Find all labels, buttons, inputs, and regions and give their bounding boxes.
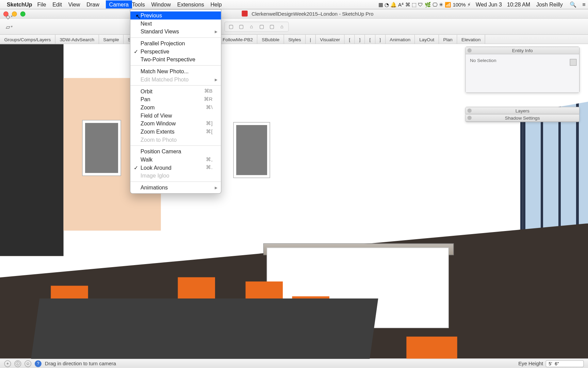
menubar-user[interactable]: Josh Reilly [536, 1, 563, 8]
menu-item-pan[interactable]: Pan⌘R [130, 95, 221, 104]
entity-info-selection: No Selection [470, 58, 496, 63]
toolbar-button[interactable]: ▱▾ [4, 21, 14, 32]
scene-chair [406, 337, 457, 359]
scene-tab[interactable]: ] [355, 35, 365, 44]
main-toolbar: ↖◧✎▾◇▾▱▾◆◇✦⬚ ⤢🔍✶✦👁👣⬚⬚ ▢ ▢ ▢ ▢ ▢ ▢ ▢ ▢ ▢ … [0, 19, 588, 35]
menu-item-zoom-window[interactable]: Zoom Window⌘] [130, 120, 221, 128]
menubar-status-icon[interactable]: 100% [453, 2, 466, 7]
scene-wall [0, 44, 64, 256]
menu-window[interactable]: Window [151, 1, 171, 8]
scene-tab[interactable]: Visualizer [316, 35, 345, 44]
menu-camera[interactable]: Camera [106, 0, 132, 9]
window-titlebar[interactable]: ClerkenwellDesignWeek2015–London - Sketc… [0, 9, 588, 18]
menu-draw[interactable]: Draw [86, 1, 99, 8]
geo-icon[interactable]: ⌖ [4, 360, 11, 367]
person-icon[interactable]: ☺ [24, 360, 31, 367]
menubar-status-icon[interactable]: 🌿 [425, 2, 431, 7]
menubar-status-icon[interactable]: ✳ [439, 2, 443, 7]
tray-header[interactable]: Entity Info [466, 47, 579, 54]
menu-item-field-of-view[interactable]: Field of View [130, 111, 221, 120]
tray-shadow-settings[interactable]: Shadow Settings [465, 114, 579, 122]
credits-icon[interactable]: ⓘ [14, 360, 21, 367]
scene-tab[interactable]: [ [345, 35, 355, 44]
spotlight-icon[interactable]: 🔍 [570, 1, 576, 8]
menu-item-orbit[interactable]: Orbit⌘B [130, 87, 221, 95]
scene-tab[interactable]: ] [375, 35, 386, 44]
tool-mini-icon[interactable]: ▢ [258, 23, 265, 30]
menu-extensions[interactable]: Extensions [177, 1, 204, 8]
tool-mini-icon[interactable]: ▢ [238, 23, 245, 30]
menu-item-walk[interactable]: Walk⌘, [130, 156, 221, 164]
scene-tab[interactable]: Groups/Comps/Layers [0, 35, 55, 44]
tray-entity-info[interactable]: Entity Info No Selection [465, 47, 579, 93]
menubar-status-icon[interactable]: 📶 [445, 2, 451, 7]
scene-tab[interactable]: Sample [99, 35, 124, 44]
scene-tab[interactable]: | [306, 35, 316, 44]
menu-help[interactable]: Help [210, 1, 222, 8]
menu-item-animations[interactable]: Animations [130, 184, 221, 192]
scene-tab[interactable]: Plan [439, 35, 457, 44]
scene-window [234, 123, 270, 178]
tool-mini-icon[interactable]: ▢ [268, 23, 276, 30]
menu-item-standard-views[interactable]: Standard Views [130, 28, 221, 36]
menubar-time[interactable]: 10:28 AM [507, 1, 530, 8]
view-cluster-2: ▢ ▢ ⌂ ▢ ▢ ⌂ [224, 21, 289, 32]
menu-tools[interactable]: Tools [132, 1, 145, 8]
menubar-status-icon[interactable]: ◔ [385, 2, 389, 7]
scene-tab[interactable]: Elevation [457, 35, 485, 44]
tray-layers[interactable]: Layers [465, 107, 579, 115]
menu-item-next[interactable]: Next [130, 19, 221, 28]
measurement-input[interactable] [546, 360, 584, 367]
menubar-status-icon[interactable]: ⬚ [412, 2, 416, 7]
scene-tab[interactable]: 3DW-AdvSearch [55, 35, 99, 44]
menu-item-position-camera[interactable]: Position Camera [130, 148, 221, 156]
scene-tab[interactable]: SBubble [258, 35, 284, 44]
model-viewport[interactable]: Entity Info No Selection Layers Shadow S… [0, 44, 588, 358]
menubar-status-icon[interactable]: 🛡 [418, 2, 423, 7]
zoom-window-button[interactable] [20, 11, 26, 16]
menu-item-match-new-photo-[interactable]: Match New Photo... [130, 67, 221, 76]
menubar-status-icon[interactable]: A⁴ [398, 2, 404, 7]
menubar-status-icon[interactable]: ⌘ [405, 2, 410, 7]
tray-header[interactable]: Layers [466, 107, 579, 114]
tray-header[interactable]: Shadow Settings [466, 114, 579, 122]
menu-item-parallel-projection[interactable]: Parallel Projection [130, 40, 221, 48]
scene-table [28, 298, 378, 359]
camera-menu-dropdown[interactable]: PreviousNextStandard ViewsParallel Proje… [130, 9, 222, 194]
menu-edit[interactable]: Edit [52, 1, 62, 8]
menu-item-look-around[interactable]: Look Around⌘. [130, 164, 221, 172]
help-icon[interactable]: ? [35, 360, 42, 367]
menu-view[interactable]: View [68, 1, 80, 8]
tool-mini-icon[interactable]: ⌂ [278, 23, 285, 30]
menubar-status-area: ▦ ◔ 🔔 A⁴ ⌘ ⬚ 🛡 🌿 🖵 ✳ 📶 100% ⚡︎ Wed Jun 3… [378, 1, 586, 8]
menubar-status-icon[interactable]: ⚡︎ [467, 2, 471, 7]
tool-mini-icon[interactable]: ⌂ [248, 23, 255, 30]
scene-tab[interactable]: LayOut [415, 35, 439, 44]
menubar-status-icon[interactable]: 🔔 [390, 2, 397, 7]
scene-tab[interactable]: Styles [284, 35, 306, 44]
mac-menubar[interactable]: SketchUp FileEditViewDrawCameraToolsWind… [0, 0, 588, 9]
menu-item-previous[interactable]: Previous [130, 12, 221, 20]
tray-toggle-icon[interactable] [570, 59, 577, 66]
menu-item-two-point-perspective[interactable]: Two-Point Perspective [130, 56, 221, 64]
menu-item-zoom-extents[interactable]: Zoom Extents⌘[ [130, 127, 221, 136]
scene-tab[interactable]: Animation [386, 35, 415, 44]
menubar-status-icon[interactable]: ▦ [378, 2, 383, 7]
menu-item-perspective[interactable]: Perspective [130, 47, 221, 56]
tray-close-icon[interactable] [467, 48, 471, 52]
menu-item-zoom-to-photo: Zoom to Photo [130, 136, 221, 144]
menu-file[interactable]: File [37, 1, 46, 8]
menu-item-zoom[interactable]: Zoom⌘\ [130, 104, 221, 112]
app-name[interactable]: SketchUp [7, 1, 32, 8]
scene-tab[interactable]: FollowMe-PB2 [218, 35, 258, 44]
menubar-status-icon[interactable]: 🖵 [432, 2, 438, 7]
tray-close-icon[interactable] [467, 108, 471, 112]
scene-tab[interactable]: [ [365, 35, 375, 44]
tray-close-icon[interactable] [467, 116, 471, 120]
tool-mini-icon[interactable]: ▢ [227, 23, 235, 30]
toolbar-button[interactable]: ◇▾ [4, 11, 14, 21]
notifications-icon[interactable]: ≡ [582, 1, 585, 8]
menubar-date[interactable]: Wed Jun 3 [476, 1, 502, 8]
menu-item-image-igloo: Image Igloo [130, 172, 221, 180]
scene-tabs: Groups/Comps/Layers3DW-AdvSearchSampleSh… [0, 35, 588, 44]
